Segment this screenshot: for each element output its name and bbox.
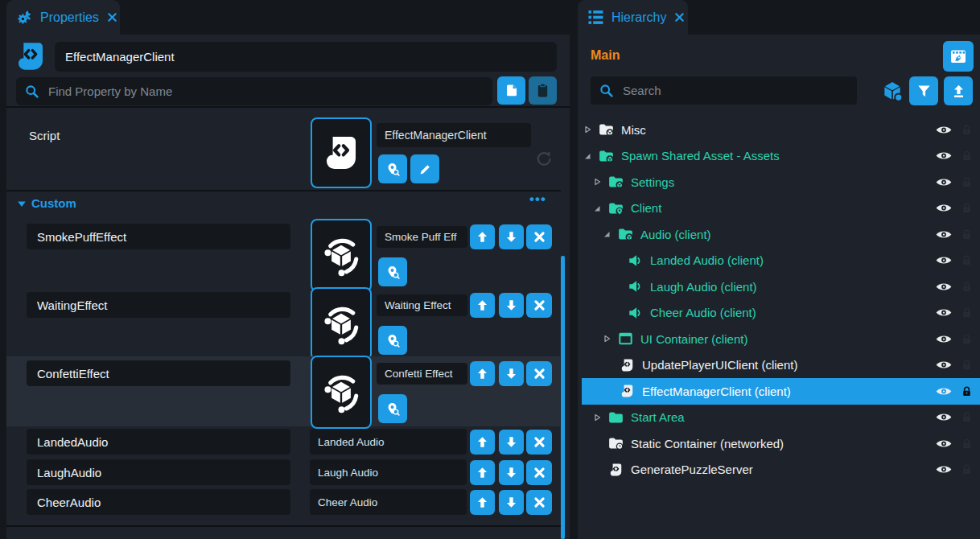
move-up-button[interactable] <box>470 361 495 386</box>
property-name-input[interactable] <box>27 360 290 386</box>
tree-item[interactable]: UI Container (client) <box>578 326 980 352</box>
move-up-button[interactable] <box>470 490 495 515</box>
move-down-button[interactable] <box>499 460 524 485</box>
expander-icon[interactable] <box>592 177 607 187</box>
expander-icon[interactable] <box>592 204 607 213</box>
expander-icon[interactable] <box>592 413 607 422</box>
hierarchy-search-box[interactable] <box>591 76 857 105</box>
lock-icon[interactable] <box>961 228 973 241</box>
tree-item[interactable]: Spawn Shared Asset - Assets <box>578 143 980 170</box>
locate-script-button[interactable] <box>378 154 407 183</box>
lock-icon[interactable] <box>961 124 973 136</box>
lock-icon[interactable] <box>961 438 973 450</box>
move-down-button[interactable] <box>499 361 524 386</box>
property-name-input[interactable] <box>27 292 290 318</box>
tree-item[interactable]: Audio (client) <box>578 221 980 248</box>
expander-icon[interactable] <box>602 334 616 344</box>
more-menu-button[interactable]: ••• <box>529 191 546 208</box>
visibility-eye-icon[interactable] <box>934 385 953 397</box>
locate-asset-button[interactable] <box>378 394 407 423</box>
tree-item[interactable]: Client <box>578 195 980 222</box>
locate-asset-button[interactable] <box>378 257 407 286</box>
asset-thumbnail[interactable] <box>311 219 372 292</box>
tree-item[interactable]: UpdatePlayerUIClient (client) <box>578 352 980 379</box>
tree-item[interactable]: EffectManagerClient (client) <box>582 378 980 405</box>
property-name-input[interactable] <box>27 489 290 515</box>
tree-item[interactable]: GeneratePuzzleServer <box>578 457 980 483</box>
lock-icon[interactable] <box>961 385 973 397</box>
expander-icon[interactable] <box>583 125 597 134</box>
move-up-button[interactable] <box>470 224 495 249</box>
expander-icon[interactable] <box>583 151 597 161</box>
visibility-eye-icon[interactable] <box>934 333 953 345</box>
lock-icon[interactable] <box>961 307 973 319</box>
property-name-input[interactable] <box>27 429 290 455</box>
lock-icon[interactable] <box>961 176 973 188</box>
remove-button[interactable] <box>526 224 552 249</box>
move-down-button[interactable] <box>499 490 524 515</box>
visibility-eye-icon[interactable] <box>934 124 953 136</box>
remove-button[interactable] <box>526 430 552 455</box>
lock-icon[interactable] <box>961 150 973 162</box>
lock-icon[interactable] <box>961 333 973 345</box>
visibility-eye-icon[interactable] <box>934 202 953 214</box>
reset-icon[interactable] <box>534 150 552 167</box>
locate-asset-button[interactable] <box>378 326 407 355</box>
lock-icon[interactable] <box>961 359 973 371</box>
tree-item[interactable]: Static Container (networked) <box>578 430 980 457</box>
property-name-input[interactable] <box>27 459 290 485</box>
tree-item[interactable]: Settings <box>578 169 980 195</box>
paste-properties-button[interactable] <box>529 76 557 105</box>
visibility-eye-icon[interactable] <box>934 463 953 475</box>
hierarchy-search-input[interactable] <box>621 83 849 98</box>
section-collapse-caret-icon[interactable] <box>16 198 27 209</box>
copy-properties-button[interactable] <box>497 76 525 105</box>
visibility-eye-icon[interactable] <box>934 228 953 241</box>
move-down-button[interactable] <box>499 430 524 455</box>
lock-icon[interactable] <box>961 281 973 293</box>
visibility-eye-icon[interactable] <box>934 176 953 188</box>
move-up-button[interactable] <box>470 293 495 318</box>
tab-hierarchy[interactable]: Hierarchy <box>578 0 688 35</box>
remove-button[interactable] <box>526 490 552 515</box>
lock-icon[interactable] <box>961 411 973 423</box>
visibility-eye-icon[interactable] <box>934 307 953 319</box>
visibility-eye-icon[interactable] <box>934 150 953 162</box>
remove-button[interactable] <box>526 293 552 318</box>
scrollbar[interactable] <box>561 256 565 539</box>
upload-button[interactable] <box>944 76 973 105</box>
tree-item[interactable]: Laugh Audio (client) <box>578 274 980 300</box>
script-asset-box[interactable] <box>311 117 372 188</box>
object-name-input[interactable] <box>55 42 557 72</box>
tree-item[interactable]: Landed Audio (client) <box>578 248 980 274</box>
launch-preview-button[interactable] <box>943 41 974 72</box>
property-search-input[interactable] <box>47 84 484 99</box>
close-icon[interactable] <box>106 11 118 23</box>
lock-icon[interactable] <box>961 463 973 475</box>
tree-item[interactable]: Cheer Audio (client) <box>578 300 980 327</box>
remove-button[interactable] <box>526 361 552 386</box>
asset-thumbnail[interactable] <box>311 287 372 360</box>
property-name-input[interactable] <box>27 224 290 249</box>
remove-button[interactable] <box>526 460 552 485</box>
lock-icon[interactable] <box>961 202 973 214</box>
move-up-button[interactable] <box>470 460 495 485</box>
tab-properties[interactable]: Properties <box>6 0 120 35</box>
move-down-button[interactable] <box>499 293 524 318</box>
visibility-eye-icon[interactable] <box>934 281 953 293</box>
asset-thumbnail[interactable] <box>311 356 372 429</box>
close-icon[interactable] <box>673 11 686 23</box>
move-down-button[interactable] <box>499 224 524 249</box>
visibility-eye-icon[interactable] <box>934 359 953 371</box>
edit-script-button[interactable] <box>410 154 439 183</box>
visibility-eye-icon[interactable] <box>934 411 953 423</box>
expander-icon[interactable] <box>602 229 616 239</box>
property-search-box[interactable] <box>16 77 492 105</box>
visibility-eye-icon[interactable] <box>934 438 953 450</box>
move-up-button[interactable] <box>470 430 495 455</box>
filter-button[interactable] <box>909 76 938 105</box>
asset-cube-icon[interactable] <box>880 79 904 103</box>
visibility-eye-icon[interactable] <box>934 254 953 266</box>
tree-item[interactable]: Start Area <box>578 405 980 431</box>
tree-item[interactable]: Misc <box>578 117 980 143</box>
